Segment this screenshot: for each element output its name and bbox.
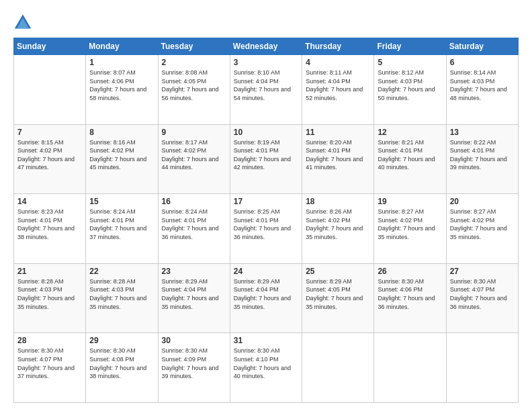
calendar-cell xyxy=(374,333,446,403)
cell-info: Sunrise: 8:24 AMSunset: 4:01 PMDaylight:… xyxy=(89,208,154,241)
day-number: 24 xyxy=(234,267,298,276)
day-number: 29 xyxy=(89,336,154,345)
cell-info: Sunrise: 8:29 AMSunset: 4:05 PMDaylight:… xyxy=(306,277,370,311)
cell-info: Sunrise: 8:30 AMSunset: 4:07 PMDaylight:… xyxy=(450,277,515,311)
calendar-cell: 12Sunrise: 8:21 AMSunset: 4:01 PMDayligh… xyxy=(374,124,446,194)
calendar-cell: 19Sunrise: 8:27 AMSunset: 4:02 PMDayligh… xyxy=(374,194,446,264)
cell-info: Sunrise: 8:11 AMSunset: 4:04 PMDaylight:… xyxy=(306,68,370,102)
calendar-cell: 7Sunrise: 8:15 AMSunset: 4:02 PMDaylight… xyxy=(14,124,86,194)
day-number: 3 xyxy=(234,58,298,67)
cell-info: Sunrise: 8:15 AMSunset: 4:02 PMDaylight:… xyxy=(17,138,82,172)
cell-info: Sunrise: 8:12 AMSunset: 4:03 PMDaylight:… xyxy=(378,68,442,102)
cell-info: Sunrise: 8:10 AMSunset: 4:04 PMDaylight:… xyxy=(234,68,298,102)
day-number: 1 xyxy=(89,58,154,67)
weekday-header-tuesday: Tuesday xyxy=(158,38,230,55)
cell-info: Sunrise: 8:07 AMSunset: 4:06 PMDaylight:… xyxy=(89,68,154,102)
calendar-cell: 13Sunrise: 8:22 AMSunset: 4:01 PMDayligh… xyxy=(446,124,518,194)
calendar-cell: 8Sunrise: 8:16 AMSunset: 4:02 PMDaylight… xyxy=(86,124,158,194)
weekday-header-monday: Monday xyxy=(86,38,158,55)
day-number: 5 xyxy=(378,58,442,67)
day-number: 4 xyxy=(306,58,370,67)
calendar-cell xyxy=(446,333,518,403)
day-number: 20 xyxy=(450,197,515,206)
day-number: 28 xyxy=(17,336,82,345)
cell-info: Sunrise: 8:30 AMSunset: 4:07 PMDaylight:… xyxy=(17,347,82,380)
day-number: 14 xyxy=(17,197,82,206)
day-number: 10 xyxy=(234,128,298,137)
cell-info: Sunrise: 8:27 AMSunset: 4:02 PMDaylight:… xyxy=(378,208,442,241)
calendar-cell: 9Sunrise: 8:17 AMSunset: 4:02 PMDaylight… xyxy=(158,124,230,194)
cell-info: Sunrise: 8:30 AMSunset: 4:08 PMDaylight:… xyxy=(89,347,154,380)
cell-info: Sunrise: 8:28 AMSunset: 4:03 PMDaylight:… xyxy=(89,277,154,311)
cell-info: Sunrise: 8:17 AMSunset: 4:02 PMDaylight:… xyxy=(162,138,226,172)
calendar-cell: 6Sunrise: 8:14 AMSunset: 4:03 PMDaylight… xyxy=(446,55,518,125)
weekday-header-sunday: Sunday xyxy=(14,38,86,55)
calendar-cell: 25Sunrise: 8:29 AMSunset: 4:05 PMDayligh… xyxy=(302,263,374,333)
day-number: 2 xyxy=(162,58,226,67)
calendar-cell: 18Sunrise: 8:26 AMSunset: 4:02 PMDayligh… xyxy=(302,194,374,264)
calendar-cell: 1Sunrise: 8:07 AMSunset: 4:06 PMDaylight… xyxy=(86,55,158,125)
calendar-cell: 27Sunrise: 8:30 AMSunset: 4:07 PMDayligh… xyxy=(446,263,518,333)
weekday-header-friday: Friday xyxy=(374,38,446,55)
day-number: 19 xyxy=(378,197,442,206)
calendar-cell: 10Sunrise: 8:19 AMSunset: 4:01 PMDayligh… xyxy=(230,124,302,194)
calendar-week-row: 7Sunrise: 8:15 AMSunset: 4:02 PMDaylight… xyxy=(14,124,519,194)
cell-info: Sunrise: 8:27 AMSunset: 4:02 PMDaylight:… xyxy=(450,208,515,241)
day-number: 16 xyxy=(162,197,226,206)
cell-info: Sunrise: 8:29 AMSunset: 4:04 PMDaylight:… xyxy=(162,277,226,311)
cell-info: Sunrise: 8:08 AMSunset: 4:05 PMDaylight:… xyxy=(162,68,226,102)
calendar-cell: 20Sunrise: 8:27 AMSunset: 4:02 PMDayligh… xyxy=(446,194,518,264)
calendar-cell: 22Sunrise: 8:28 AMSunset: 4:03 PMDayligh… xyxy=(86,263,158,333)
cell-info: Sunrise: 8:22 AMSunset: 4:01 PMDaylight:… xyxy=(450,138,515,172)
cell-info: Sunrise: 8:30 AMSunset: 4:06 PMDaylight:… xyxy=(378,277,442,311)
logo-icon xyxy=(13,12,32,31)
calendar-table: SundayMondayTuesdayWednesdayThursdayFrid… xyxy=(13,38,519,403)
cell-info: Sunrise: 8:14 AMSunset: 4:03 PMDaylight:… xyxy=(450,68,515,102)
day-number: 11 xyxy=(306,128,370,137)
header xyxy=(13,12,519,31)
weekday-header-saturday: Saturday xyxy=(446,38,518,55)
day-number: 17 xyxy=(234,197,298,206)
cell-info: Sunrise: 8:19 AMSunset: 4:01 PMDaylight:… xyxy=(234,138,298,172)
cell-info: Sunrise: 8:30 AMSunset: 4:09 PMDaylight:… xyxy=(162,347,226,380)
calendar-cell xyxy=(302,333,374,403)
calendar-week-row: 21Sunrise: 8:28 AMSunset: 4:03 PMDayligh… xyxy=(14,263,519,333)
weekday-header-row: SundayMondayTuesdayWednesdayThursdayFrid… xyxy=(14,38,519,55)
calendar-week-row: 28Sunrise: 8:30 AMSunset: 4:07 PMDayligh… xyxy=(14,333,519,403)
calendar-cell: 2Sunrise: 8:08 AMSunset: 4:05 PMDaylight… xyxy=(158,55,230,125)
cell-info: Sunrise: 8:30 AMSunset: 4:10 PMDaylight:… xyxy=(234,347,298,380)
day-number: 7 xyxy=(17,128,82,137)
cell-info: Sunrise: 8:24 AMSunset: 4:01 PMDaylight:… xyxy=(162,208,226,241)
weekday-header-wednesday: Wednesday xyxy=(230,38,302,55)
calendar-cell: 23Sunrise: 8:29 AMSunset: 4:04 PMDayligh… xyxy=(158,263,230,333)
calendar-cell: 30Sunrise: 8:30 AMSunset: 4:09 PMDayligh… xyxy=(158,333,230,403)
day-number: 12 xyxy=(378,128,442,137)
calendar-cell: 4Sunrise: 8:11 AMSunset: 4:04 PMDaylight… xyxy=(302,55,374,125)
calendar-cell: 16Sunrise: 8:24 AMSunset: 4:01 PMDayligh… xyxy=(158,194,230,264)
calendar-cell xyxy=(14,55,86,125)
day-number: 6 xyxy=(450,58,515,67)
calendar-cell: 15Sunrise: 8:24 AMSunset: 4:01 PMDayligh… xyxy=(86,194,158,264)
day-number: 8 xyxy=(89,128,154,137)
logo xyxy=(13,12,35,31)
calendar-week-row: 14Sunrise: 8:23 AMSunset: 4:01 PMDayligh… xyxy=(14,194,519,264)
cell-info: Sunrise: 8:26 AMSunset: 4:02 PMDaylight:… xyxy=(306,208,370,241)
page: SundayMondayTuesdayWednesdayThursdayFrid… xyxy=(0,0,532,411)
cell-info: Sunrise: 8:28 AMSunset: 4:03 PMDaylight:… xyxy=(17,277,82,311)
calendar-cell: 29Sunrise: 8:30 AMSunset: 4:08 PMDayligh… xyxy=(86,333,158,403)
day-number: 18 xyxy=(306,197,370,206)
calendar-week-row: 1Sunrise: 8:07 AMSunset: 4:06 PMDaylight… xyxy=(14,55,519,125)
calendar-cell: 24Sunrise: 8:29 AMSunset: 4:04 PMDayligh… xyxy=(230,263,302,333)
calendar-cell: 17Sunrise: 8:25 AMSunset: 4:01 PMDayligh… xyxy=(230,194,302,264)
weekday-header-thursday: Thursday xyxy=(302,38,374,55)
cell-info: Sunrise: 8:25 AMSunset: 4:01 PMDaylight:… xyxy=(234,208,298,241)
day-number: 23 xyxy=(162,267,226,276)
calendar-cell: 26Sunrise: 8:30 AMSunset: 4:06 PMDayligh… xyxy=(374,263,446,333)
day-number: 9 xyxy=(162,128,226,137)
cell-info: Sunrise: 8:23 AMSunset: 4:01 PMDaylight:… xyxy=(17,208,82,241)
day-number: 25 xyxy=(306,267,370,276)
day-number: 31 xyxy=(234,336,298,345)
calendar-cell: 21Sunrise: 8:28 AMSunset: 4:03 PMDayligh… xyxy=(14,263,86,333)
cell-info: Sunrise: 8:29 AMSunset: 4:04 PMDaylight:… xyxy=(234,277,298,311)
calendar-cell: 14Sunrise: 8:23 AMSunset: 4:01 PMDayligh… xyxy=(14,194,86,264)
